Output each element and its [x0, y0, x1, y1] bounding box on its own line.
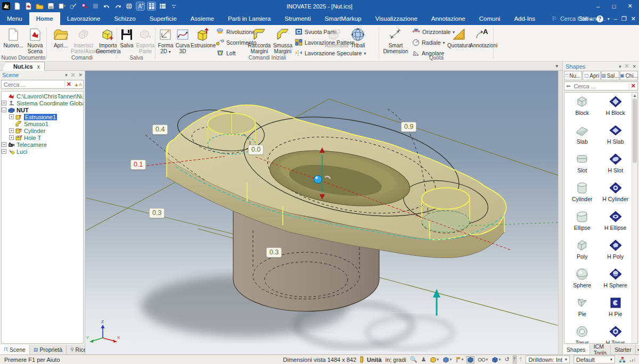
inserisci-parte-button[interactable]: Inserisci Parte/Assieme [71, 27, 96, 54]
tab-scene[interactable]: ☈Scene [0, 345, 30, 354]
clear-search-icon[interactable]: ✕ [64, 81, 73, 88]
shapes-search-input[interactable] [572, 83, 628, 89]
shape-h-slot[interactable]: H Slot [599, 152, 633, 177]
expander-icon[interactable]: + [2, 142, 6, 147]
tree-item-telecamere[interactable]: + Telecamere [2, 141, 83, 148]
smussa-margini-button[interactable]: Smussa Margini [272, 27, 294, 54]
scene-search-input[interactable] [2, 81, 64, 88]
salva-button[interactable]: Salva [117, 27, 136, 48]
assembla-button[interactable]: Assembla [325, 27, 347, 48]
tab-strumenti[interactable]: Strumenti [277, 12, 317, 25]
tree-item-hole-t[interactable]: + Hole T [2, 134, 83, 141]
units-indicator[interactable]: Unità [360, 356, 382, 363]
link-icon[interactable] [80, 2, 88, 10]
expander-icon[interactable]: + [2, 101, 6, 105]
doc-minimize-button[interactable]: – [614, 15, 617, 22]
shape-h-torus[interactable]: H Torus [599, 325, 633, 344]
shape-h-slab[interactable]: H Slab [599, 123, 633, 148]
list-view-icon[interactable] [159, 2, 167, 10]
curva-3d-button[interactable]: Curva 3D [175, 27, 191, 54]
tab-home[interactable]: Home [29, 12, 60, 25]
shape-pie[interactable]: Pie [566, 296, 599, 321]
tab-smartmarkup[interactable]: SmartMarkup [318, 12, 368, 25]
raccorda-margini-button[interactable]: Raccorda Margini [247, 27, 272, 54]
shape-h-pie[interactable]: H Pie [599, 296, 633, 321]
shape-ellipse[interactable]: Ellipse [566, 210, 599, 235]
dimension-label[interactable]: 0.9 [401, 122, 416, 132]
tab-parti-in-lamiera[interactable]: Parti in Lamiera [221, 12, 278, 25]
tree-item-smusso1[interactable]: Smusso1 [2, 120, 83, 127]
tab-annotazione[interactable]: Annotazione [424, 12, 472, 25]
zoom-select-icon[interactable]: 🔍 [410, 356, 417, 363]
tab-schizzo[interactable]: Schizzo [107, 12, 142, 25]
shape-block[interactable]: Block [566, 95, 599, 120]
close-icon[interactable]: ✕ [78, 72, 83, 78]
apri-button[interactable]: Apri... [49, 27, 72, 48]
tree-item-estrusione1[interactable]: + Estrusione1 [2, 113, 83, 120]
panel-menu-icon[interactable]: ▾ [619, 64, 621, 69]
panel-splitter[interactable] [558, 71, 562, 354]
pin-icon[interactable]: ⛌ [71, 72, 75, 78]
esporta-parte-button[interactable]: Esporta Parte [135, 27, 155, 54]
sketch-icon[interactable] [69, 2, 77, 10]
triball-button[interactable]: Triball [347, 27, 368, 48]
catalog-save-button[interactable]: ▨Sal... [601, 71, 619, 80]
tree-item-cylinder[interactable]: + Cylinder [2, 127, 83, 134]
tab-comuni[interactable]: Comuni [472, 12, 507, 25]
catalog-close-button[interactable]: ▣Chi... [620, 71, 638, 80]
document-tab-nutics[interactable]: Nut.ics x [5, 62, 45, 71]
scroll-up-icon[interactable]: ▲ [632, 93, 637, 98]
tab-superficie[interactable]: Superficie [143, 12, 184, 25]
nuova-scena-button[interactable]: Nuova Scena [23, 27, 47, 54]
grid-toggle-icon[interactable] [148, 2, 155, 10]
open-folder-icon[interactable] [36, 2, 44, 10]
undo-icon[interactable] [103, 2, 111, 10]
tab-icm-tools[interactable]: ICM Tools [590, 345, 611, 354]
drilldown-dropdown[interactable]: Drilldown: Int▾ [526, 355, 570, 363]
tab-starter[interactable]: Starter [611, 345, 636, 354]
view-cube-icon[interactable]: ▾ [443, 357, 452, 363]
tab-overflow-icon[interactable]: ▾ [636, 345, 639, 354]
tab-overflow-icon[interactable]: ▾ [555, 63, 558, 69]
qat-overflow-icon[interactable] [170, 2, 178, 10]
tab-shapes[interactable]: Shapes [563, 345, 590, 354]
tab-lavorazione[interactable]: Lavorazione [60, 12, 108, 25]
panel-menu-icon[interactable]: ▾ [65, 72, 68, 78]
dimension-label[interactable]: 0.3 [266, 247, 282, 258]
document-close-icon[interactable]: x [37, 64, 40, 70]
shapes-scrollbar[interactable]: ▲ [632, 93, 637, 343]
dimension-label[interactable]: 0.3 [149, 208, 165, 218]
tab-add-ins[interactable]: Add-Ins [507, 12, 542, 25]
maximize-button[interactable]: □ [606, 0, 622, 12]
shape-cylinder[interactable]: Cylinder [566, 181, 599, 206]
tab-assieme[interactable]: Assieme [184, 12, 221, 25]
new-document-icon[interactable] [13, 2, 21, 10]
annotazioni-button[interactable]: A Annotazioni [470, 27, 494, 48]
tree-item-coordinate-system[interactable]: + Sistema Coordinate Globale [2, 100, 83, 106]
dimension-label[interactable]: 0.4 [152, 125, 168, 135]
dimension-label[interactable]: 0.1 [130, 160, 146, 170]
shape-torus[interactable]: Torus [566, 325, 599, 344]
shape-slot[interactable]: Slot [566, 152, 599, 177]
undo-view-icon[interactable]: ↺ [504, 356, 509, 363]
help-icon[interactable]: ? [596, 15, 603, 22]
catalog-open-button[interactable]: ▢Apri [583, 71, 601, 80]
shape-slab[interactable]: Slab [566, 123, 599, 148]
expander-icon[interactable]: + [9, 128, 14, 133]
save-icon[interactable] [47, 2, 55, 10]
web-icon[interactable] [125, 2, 133, 10]
app-logo-icon[interactable] [2, 2, 10, 10]
quotatura-button[interactable]: Quotatura [447, 27, 471, 48]
direction-arrow[interactable] [433, 289, 440, 316]
styles-dropdown[interactable]: Stili ▾ [579, 15, 592, 22]
radiale-button[interactable]: Radiale ▾ [412, 38, 445, 47]
minimize-button[interactable]: – [590, 0, 606, 12]
glasses-icon[interactable]: ▾ [478, 357, 488, 362]
forma-2d-button[interactable]: Forma 2D ▾ [157, 27, 175, 55]
close-button[interactable]: ✕ [622, 0, 638, 12]
tab-visualizzazione[interactable]: Visualizzazione [368, 12, 424, 25]
redo-icon[interactable] [114, 2, 122, 10]
style-dropdown[interactable]: Default▾ [574, 355, 615, 363]
new-scene-icon[interactable] [24, 2, 32, 10]
shape-h-sphere[interactable]: H Sphere [599, 267, 633, 292]
